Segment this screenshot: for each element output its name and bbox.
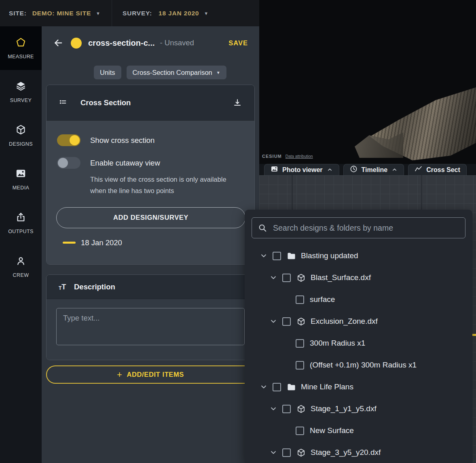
- image-icon: [15, 168, 26, 181]
- survey-label: SURVEY:: [123, 10, 152, 17]
- save-button[interactable]: SAVE: [228, 39, 248, 47]
- checkbox[interactable]: [282, 448, 291, 457]
- chevron-down-icon[interactable]: [269, 317, 278, 325]
- photo-icon: [271, 165, 278, 174]
- drag-handle-icon[interactable]: [59, 98, 68, 108]
- tab-photo-viewer[interactable]: Photo viewer: [264, 164, 339, 175]
- design-cube-icon: [296, 317, 306, 326]
- tree-item-label: Stage_1_y1_y5.dxf: [311, 404, 377, 413]
- chevron-down-icon[interactable]: [269, 448, 278, 457]
- sidebar-item-designs[interactable]: DESIGNS: [0, 114, 42, 157]
- tree-item-folder[interactable]: Mine Life Plans: [245, 376, 472, 398]
- card-title: Cross Section: [80, 98, 131, 107]
- cesium-3d-scene[interactable]: CESIUM Data attribution: [259, 0, 476, 164]
- sidebar-item-media[interactable]: MEDIA: [0, 157, 42, 201]
- tree-item-design[interactable]: Blast_Surface.dxf: [245, 267, 472, 289]
- tree-item-folder[interactable]: Blasting updated: [245, 245, 472, 267]
- description-card-body: [47, 299, 254, 360]
- tree-item-design[interactable]: Stage_3_y5_y20.dxf: [245, 442, 472, 463]
- plus-icon: +: [117, 370, 122, 379]
- search-input[interactable]: [252, 218, 465, 238]
- design-picker-panel: Blasting updated Blast_Surface.dxf surfa…: [245, 210, 472, 463]
- chevron-down-icon[interactable]: [259, 383, 268, 391]
- add-edit-items-button[interactable]: + ADD/EDIT ITEMS: [46, 365, 255, 384]
- enable-cutaway-toggle[interactable]: [57, 157, 80, 169]
- units-button-label: Units: [100, 69, 115, 76]
- tree-item-layer[interactable]: 300m Radius x1: [245, 332, 472, 354]
- chevron-down-icon[interactable]: [269, 405, 278, 413]
- tree-item-layer[interactable]: New Surface: [245, 420, 472, 442]
- tree-item-label: (Offset +0.1m) 300m Radius x1: [310, 361, 417, 370]
- cross-section-card-body: Show cross section Enable cutaway view T…: [47, 121, 254, 265]
- tree-item-layer[interactable]: surface: [245, 289, 472, 310]
- cesium-logo: CESIUM: [262, 154, 282, 159]
- show-cross-section-toggle[interactable]: [57, 134, 80, 146]
- toggle-label: Enable cutaway view: [90, 159, 160, 168]
- tree-item-label: New Surface: [310, 426, 354, 435]
- chevron-down-icon: ▼: [204, 11, 208, 16]
- checkbox[interactable]: [282, 274, 291, 282]
- survey-item-label: 18 Jan 2020: [81, 238, 122, 247]
- top-bar: SITE: DEMO: MINE SITE ▼ SURVEY: 18 JAN 2…: [0, 0, 259, 26]
- tab-label: Photo viewer: [282, 166, 323, 174]
- chevron-down-icon[interactable]: [259, 252, 268, 260]
- cross-section-card: Cross Section Show cross section Enable …: [46, 85, 255, 265]
- tab-cross-section[interactable]: Cross Sect: [408, 164, 467, 175]
- chevron-up-icon: [391, 167, 398, 173]
- tree-item-label: Blast_Surface.dxf: [311, 273, 371, 282]
- checkbox[interactable]: [282, 405, 291, 413]
- clock-icon: [350, 165, 358, 174]
- comparison-dropdown[interactable]: Cross-Section Comparison ▼: [127, 66, 226, 79]
- survey-list-item[interactable]: 18 Jan 2020: [63, 238, 245, 247]
- data-attribution-link[interactable]: Data attribution: [286, 154, 313, 159]
- panel-header: cross-section-c... - Unsaved SAVE: [42, 34, 259, 52]
- export-icon: [15, 212, 26, 224]
- sidebar-item-measure[interactable]: MEASURE: [0, 26, 42, 70]
- sidebar-item-label: MEASURE: [8, 54, 34, 59]
- search-icon: [258, 223, 267, 232]
- tree-item-layer[interactable]: (Offset +0.1m) 300m Radius x1: [245, 354, 472, 376]
- survey-selector[interactable]: 18 JAN 2020 ▼: [159, 10, 208, 17]
- description-card-header: Description: [47, 275, 254, 299]
- checkbox[interactable]: [273, 252, 281, 260]
- measurement-color-swatch[interactable]: [71, 38, 82, 49]
- checkbox[interactable]: [296, 427, 304, 435]
- site-selector[interactable]: DEMO: MINE SITE ▼: [32, 10, 100, 17]
- app-root: CESIUM Data attribution Photo viewer Tim…: [0, 0, 476, 463]
- sidebar-item-label: DESIGNS: [9, 141, 33, 147]
- units-button[interactable]: Units: [94, 66, 121, 79]
- tree-item-label: Blasting updated: [301, 251, 358, 260]
- checkbox[interactable]: [282, 317, 291, 326]
- sidebar-item-outputs[interactable]: OUTPUTS: [0, 201, 42, 245]
- tree-item-label: surface: [310, 295, 335, 304]
- sidebar-item-crew[interactable]: CREW: [0, 245, 42, 289]
- search-field[interactable]: [252, 217, 465, 238]
- checkbox[interactable]: [296, 361, 304, 370]
- download-icon[interactable]: [233, 98, 242, 108]
- pentagon-measure-icon: [15, 37, 26, 49]
- description-input[interactable]: [56, 308, 245, 345]
- cube-icon: [15, 124, 26, 137]
- add-edit-items-label: ADD/EDIT ITEMS: [127, 371, 184, 378]
- checkbox[interactable]: [273, 383, 281, 391]
- unsaved-status: - Unsaved: [160, 38, 194, 47]
- design-cube-icon: [296, 448, 306, 457]
- tab-label: Timeline: [362, 166, 388, 174]
- chevron-up-icon: [327, 167, 333, 173]
- add-design-survey-button[interactable]: ADD DESIGN/SURVEY: [56, 207, 245, 228]
- comparison-dropdown-label: Cross-Section Comparison: [133, 69, 212, 76]
- back-arrow-icon[interactable]: [53, 38, 63, 48]
- tree-item-label: Mine Life Plans: [301, 382, 353, 391]
- checkbox[interactable]: [296, 295, 304, 304]
- tab-timeline[interactable]: Timeline: [343, 164, 404, 175]
- card-title: Description: [74, 282, 115, 291]
- chevron-down-icon[interactable]: [269, 274, 278, 282]
- tree-item-design[interactable]: Stage_1_y1_y5.dxf: [245, 398, 472, 420]
- chevron-down-icon: ▼: [216, 70, 220, 75]
- toggle-label: Show cross section: [90, 136, 154, 145]
- sidebar-item-survey[interactable]: SURVEY: [0, 70, 42, 114]
- tree-item-design[interactable]: Exclusion_Zone.dxf: [245, 310, 472, 332]
- chevron-down-icon: ▼: [96, 11, 100, 16]
- checkbox[interactable]: [296, 339, 304, 348]
- site-label: SITE:: [9, 10, 27, 17]
